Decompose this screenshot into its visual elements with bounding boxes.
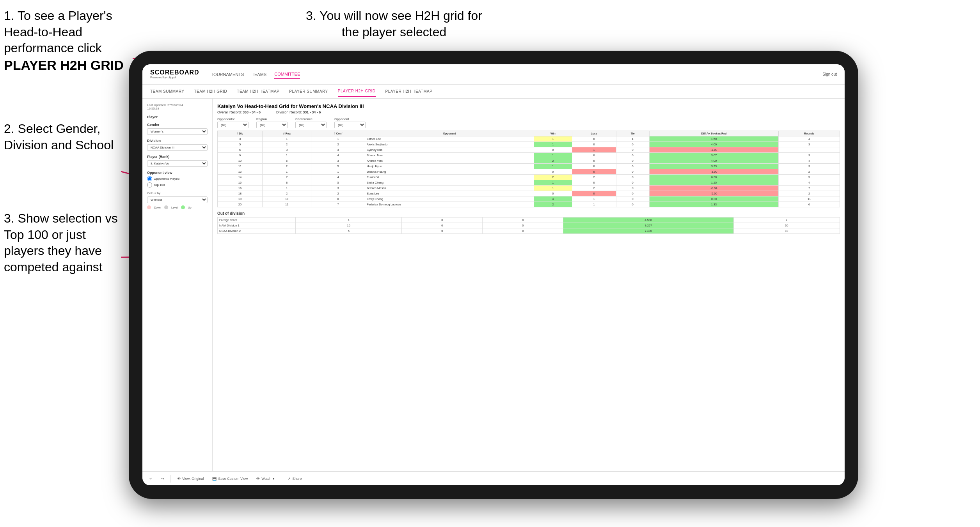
region-select[interactable]: (All) [256,122,288,128]
last-updated: Last Updated: 27/03/2024 16:55:38 [147,103,208,110]
instruction-text-1: 1. To see a Player's Head-to-Head perfor… [4,9,112,55]
level-label: Level [171,206,178,209]
filter-row: Opponents: (All) Region (All) Conference [217,117,840,128]
watch-label: Watch [261,477,271,481]
level-dot [164,205,168,209]
opponent-view-section: Opponent view Opponents Played Top 100 [147,171,208,187]
table-title: Katelyn Vo Head-to-Head Grid for Women's… [217,103,840,109]
main-content: Last Updated: 27/03/2024 16:55:38 Player… [142,99,845,471]
subnav: TEAM SUMMARY TEAM H2H GRID TEAM H2H HEAT… [142,85,845,99]
header-conf: # Conf [311,131,365,136]
region-filter-label: Region [256,117,288,121]
gender-section: Gender Women's [147,123,208,135]
down-label: Down [154,206,161,209]
table-row: 16 1 3 Jessica Mason 1 2 0 -0.94 7 [218,186,840,191]
overall-record-value: 353 - 34 - 6 [243,110,261,114]
ood-table-row: Foreign Team 1 0 0 4.500 2 [218,218,840,223]
table-row: 20 11 7 Federica Domecq Lacroze 2 1 0 1.… [218,202,840,207]
header-loss: Loss [572,131,616,136]
share-icon: ↗ [288,477,291,481]
gender-select[interactable]: Women's [147,128,208,135]
opponents-played-option[interactable]: Opponents Played [147,176,208,181]
table-row: 18 2 2 Euna Lee 0 0 0 -5.00 2 [218,191,840,196]
player-rank-label: Player (Rank) [147,155,208,159]
undo-button[interactable]: ↩ [147,475,155,482]
table-row: 11 2 5 Heejo Hyun 1 0 0 3.33 3 [218,164,840,169]
up-label: Up [188,206,192,209]
instruction-bottom-left: 3. Show selection vs Top 100 or just pla… [4,210,125,275]
division-record-label: Division Record: 331 - 34 - 6 [276,110,321,114]
save-custom-button[interactable]: 💾 Save Custom View [210,475,250,482]
subnav-player-h2h-heatmap[interactable]: PLAYER H2H HEATMAP [385,86,433,97]
toolbar-divider-2 [281,475,281,483]
brand-title: SCOREBOARD [150,69,199,76]
player-rank-section: Player (Rank) 8. Katelyn Vo [147,155,208,167]
view-original-label: View: Original [182,477,204,481]
overall-record-label: Overall Record: 353 - 34 - 6 [217,110,261,114]
colour-by-select[interactable]: Win/loss [147,196,208,203]
toolbar-divider-1 [170,475,171,483]
gender-label: Gender [147,123,208,127]
table-row: 5 2 2 Alexis Sudjianto 1 0 0 4.00 3 [218,142,840,147]
down-dot [147,205,151,209]
table-area: Katelyn Vo Head-to-Head Grid for Women's… [213,99,845,471]
subnav-player-summary[interactable]: PLAYER SUMMARY [289,86,328,97]
region-filter: Region (All) [256,117,288,128]
subnav-team-h2h-grid[interactable]: TEAM H2H GRID [194,86,227,97]
watch-icon: 👁 [256,477,260,481]
top-100-option[interactable]: Top 100 [147,182,208,187]
out-of-division-table: Foreign Team 1 0 0 4.500 2 NAIA Division… [217,217,840,234]
subnav-player-h2h-grid[interactable]: PLAYER H2H GRID [338,86,376,97]
watch-button[interactable]: 👁 Watch ▾ [254,475,277,482]
brand-logo: SCOREBOARD Powered by clippd [150,69,199,79]
opponent-filter-label: Opponent [334,117,366,121]
conference-select[interactable]: (All) [295,122,327,128]
table-row: 6 3 3 Sydney Kuo 0 1 0 -1.00 [218,147,840,153]
nav-committee[interactable]: COMMITTEE [274,70,300,79]
view-original-button[interactable]: 👁 View: Original [175,475,206,482]
nav-teams[interactable]: TEAMS [252,70,266,79]
instruction-text-middle: 2. Select Gender, Division and School [4,122,114,152]
out-of-division-title: Out of division [217,211,840,216]
nav-sign-out[interactable]: Sign out [822,72,837,76]
division-select[interactable]: NCAA Division III [147,144,208,151]
instruction-top-right: 3. You will now see H2H grid for the pla… [296,8,492,40]
undo-icon: ↩ [149,477,153,481]
opponents-filter-label: Opponents: [217,117,249,121]
header-reg: # Reg [262,131,311,136]
ood-table-row: NAIA Division 1 15 0 0 9.267 30 [218,223,840,228]
subnav-team-summary[interactable]: TEAM SUMMARY [150,86,185,97]
colour-by-label: Colour by [147,191,208,195]
save-icon: 💾 [212,477,217,481]
opponent-select[interactable]: (All) [334,122,366,128]
redo-button[interactable]: ↪ [159,475,167,482]
division-record-value: 331 - 34 - 6 [303,110,321,114]
opponents-filter: Opponents: (All) [217,117,249,128]
sidebar: Last Updated: 27/03/2024 16:55:38 Player… [142,99,213,471]
color-dots: Down Level Up [147,205,208,209]
opponents-select[interactable]: (All) [217,122,249,128]
brand-subtitle: Powered by clippd [150,76,199,80]
header-win: Win [534,131,572,136]
view-icon: 👁 [177,477,181,481]
table-row: 15 8 5 Stella Cheng 1 0 0 1.25 4 [218,180,840,186]
subnav-team-h2h-heatmap[interactable]: TEAM H2H HEATMAP [237,86,279,97]
ood-table-row: NCAA Division 2 5 0 0 7.400 10 [218,228,840,234]
instruction-top-left: 1. To see a Player's Head-to-Head perfor… [4,8,137,74]
tablet-screen: SCOREBOARD Powered by clippd TOURNAMENTS… [142,64,845,485]
share-button[interactable]: ↗ Share [285,475,304,482]
division-section: Division NCAA Division III [147,139,208,151]
watch-chevron: ▾ [273,477,275,481]
redo-icon: ↪ [161,477,164,481]
table-row: 10 6 3 Andrea York 2 0 0 4.00 4 [218,158,840,164]
navbar: SCOREBOARD Powered by clippd TOURNAMENTS… [142,64,845,85]
instruction-middle-left: 2. Select Gender, Division and School [4,121,121,153]
nav-tournaments[interactable]: TOURNAMENTS [211,70,244,79]
main-data-table: # Div # Reg # Conf Opponent Win Loss Tie… [217,131,840,207]
conference-filter: Conference (All) [295,117,327,128]
conference-filter-label: Conference [295,117,327,121]
nav-items: TOURNAMENTS TEAMS COMMITTEE [211,70,811,79]
instruction-bold: PLAYER H2H GRID [4,58,124,73]
player-rank-select[interactable]: 8. Katelyn Vo [147,160,208,167]
header-diff: Diff Av Strokes/Rnd [649,131,779,136]
